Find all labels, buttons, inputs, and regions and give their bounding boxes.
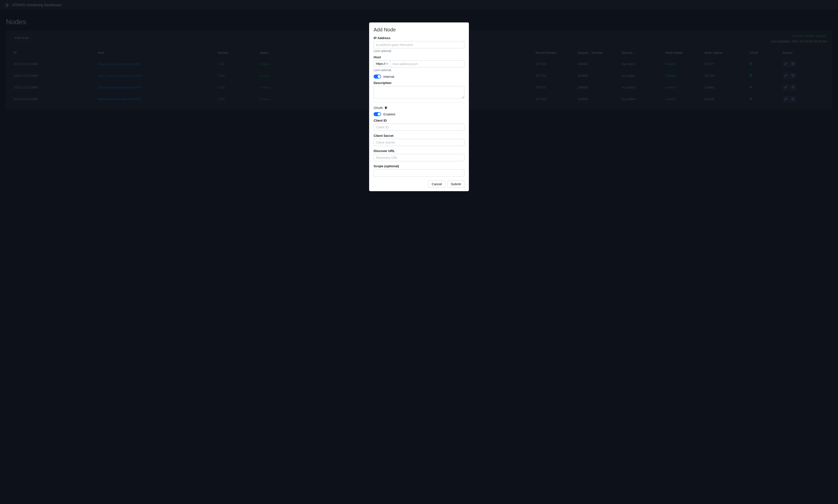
ip-label: IP Address [373,36,465,40]
description-textarea[interactable] [373,86,465,98]
add-node-modal: Add Node IP Address (:port optional) Hos… [369,22,469,118]
description-label: Description [373,81,465,85]
modal-title: Add Node [373,27,465,33]
shield-icon [384,106,388,109]
ip-address-input[interactable] [373,41,465,48]
modal-overlay[interactable]: Add Node IP Address (:port optional) Hos… [0,0,838,118]
oauth-heading: OAuth [373,106,465,110]
oauth-enabled-label: Enabled [383,112,395,116]
oauth-enabled-toggle[interactable] [373,112,381,116]
host-scheme-select[interactable]: https:// [373,60,390,67]
host-label: Host [373,55,465,59]
host-input[interactable] [390,60,465,68]
internal-label: Internal [383,75,394,78]
host-port-hint: (:port optional) [373,69,465,72]
internal-toggle[interactable] [373,74,381,78]
ip-port-hint: (:port optional) [373,49,465,52]
